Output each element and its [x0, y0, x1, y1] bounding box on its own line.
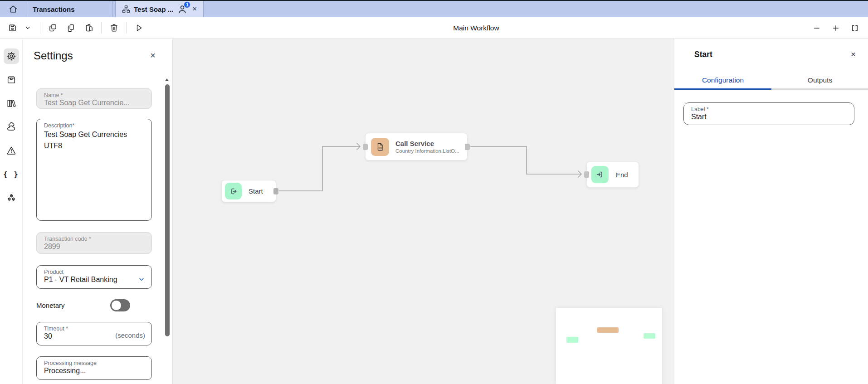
end-node-icon — [591, 166, 609, 183]
minimap-start-node — [566, 337, 578, 343]
play-icon — [134, 23, 144, 33]
delete-button[interactable] — [106, 20, 122, 35]
settings-panel-title: Settings — [34, 49, 73, 62]
copy-icon — [48, 23, 58, 33]
rail-item-warnings[interactable] — [4, 143, 19, 158]
call-service-input-port[interactable] — [363, 144, 368, 150]
product-select-label: Product — [44, 269, 144, 275]
monetary-toggle-knob — [112, 301, 121, 310]
code-braces-icon: { } — [3, 170, 19, 179]
scrollbar-up-arrow[interactable] — [165, 78, 169, 81]
inspector-close-icon[interactable]: × — [851, 50, 856, 58]
timeout-field[interactable]: Timeout * 30 (seconds) — [36, 322, 152, 345]
package-icon — [6, 75, 16, 85]
settings-scrollbar[interactable] — [165, 84, 170, 336]
node-label-field-value: Start — [691, 113, 847, 121]
paste-button[interactable] — [81, 20, 97, 35]
fullscreen-icon — [851, 24, 859, 32]
node-end[interactable]: End — [586, 161, 639, 188]
monetary-row: Monetary — [36, 299, 152, 311]
tab-transactions[interactable]: Transactions — [26, 1, 112, 17]
chevron-down-icon — [24, 24, 31, 31]
end-node-label: End — [616, 171, 628, 179]
rail-item-code[interactable]: { } — [4, 166, 19, 182]
tab-configuration[interactable]: Configuration — [674, 73, 771, 90]
timeout-unit-label: (seconds) — [115, 331, 145, 339]
canvas-minimap[interactable] — [556, 308, 662, 384]
clouds-icon — [6, 122, 17, 132]
product-select[interactable]: Product P1 - VT Retail Banking — [36, 265, 152, 289]
inspector-title: Start — [694, 50, 712, 59]
home-tab[interactable] — [0, 1, 26, 17]
timeout-field-label: Timeout * — [44, 326, 144, 332]
node-label-field[interactable]: Label * Start — [683, 102, 854, 125]
name-field-value: Test Soap Get Currencie... — [44, 99, 144, 107]
save-button[interactable] — [5, 20, 20, 35]
rail-item-package[interactable] — [4, 72, 19, 87]
minimap-end-node — [644, 333, 655, 339]
duplicate-button[interactable] — [63, 20, 78, 35]
tab-close-icon[interactable]: × — [192, 5, 197, 14]
call-service-node-icon: xml — [371, 138, 389, 156]
start-node-icon — [225, 183, 242, 199]
settings-panel: Settings × Name * Test Soap Get Currenci… — [23, 39, 173, 384]
monetary-label: Monetary — [36, 301, 65, 309]
editor-toolbar: Main Workflow — [0, 17, 868, 39]
home-icon — [9, 5, 18, 14]
plus-icon — [832, 24, 840, 32]
copy-button[interactable] — [45, 20, 60, 35]
processing-message-label: Processing message — [44, 360, 144, 366]
call-service-node-title: Call Service — [395, 140, 459, 148]
settings-close-icon[interactable]: × — [150, 51, 156, 60]
tab-transactions-label: Transactions — [33, 5, 75, 13]
start-node-label: Start — [249, 187, 263, 195]
tab-test-soap-label: Test Soap ... — [134, 5, 173, 13]
processing-message-field[interactable]: Processing message Processing... — [36, 356, 152, 380]
workflow-canvas[interactable]: Start xml Call Service Country Informati… — [173, 39, 674, 384]
zoom-in-button[interactable] — [828, 20, 844, 36]
call-service-node-subtitle: Country Information.ListO... — [395, 148, 459, 154]
description-field-value: Test Soap Get Currencies UTF8 — [44, 129, 144, 152]
toolbar-divider — [101, 22, 102, 34]
monetary-toggle[interactable] — [110, 299, 130, 311]
rail-item-settings[interactable] — [4, 49, 19, 64]
save-icon — [8, 23, 17, 33]
library-books-icon — [6, 98, 16, 108]
node-start[interactable]: Start — [221, 180, 276, 202]
workflow-editor-window: Transactions Test Soap ... 1 × — [0, 0, 868, 384]
transaction-code-label: Transaction code * — [44, 236, 144, 242]
cubes-icon — [6, 193, 16, 203]
processing-message-value: Processing... — [44, 367, 144, 375]
call-service-output-port[interactable] — [465, 144, 470, 150]
tab-outputs[interactable]: Outputs — [771, 73, 868, 90]
transaction-code-field: Transaction code * 2899 — [36, 232, 152, 254]
end-node-input-port[interactable] — [584, 171, 589, 178]
edge-start-to-call-service — [279, 146, 360, 191]
description-field[interactable]: Description* Test Soap Get Currencies UT… — [36, 119, 152, 221]
zoom-out-button[interactable] — [809, 20, 824, 36]
description-field-label: Description* — [44, 122, 144, 129]
tab-bar: Transactions Test Soap ... 1 × — [0, 0, 868, 17]
name-field-label: Name * — [44, 92, 144, 98]
node-call-service[interactable]: xml Call Service Country Information.Lis… — [365, 133, 468, 160]
toolbar-divider — [126, 22, 127, 34]
edge-call-service-to-end — [470, 146, 581, 174]
start-node-output-port[interactable] — [273, 188, 278, 194]
collaborators-indicator[interactable]: 1 — [177, 4, 188, 15]
transaction-code-value: 2899 — [44, 243, 144, 251]
paste-icon — [84, 23, 94, 33]
rail-item-library[interactable] — [4, 96, 19, 111]
fullscreen-button[interactable] — [847, 20, 863, 36]
workflow-icon — [122, 5, 130, 13]
minus-icon — [813, 24, 821, 32]
left-icon-rail: { } — [0, 39, 23, 384]
tab-test-soap[interactable]: Test Soap ... 1 × — [115, 1, 204, 17]
rail-item-modules[interactable] — [4, 190, 19, 205]
rail-item-clouds[interactable] — [4, 119, 19, 135]
name-field: Name * Test Soap Get Currencie... — [36, 88, 152, 109]
collaborator-count-badge: 1 — [184, 1, 190, 8]
save-menu-button[interactable] — [20, 20, 35, 35]
node-label-field-label: Label * — [691, 106, 847, 112]
run-button[interactable] — [131, 20, 146, 35]
workflow-title: Main Workflow — [453, 17, 499, 39]
